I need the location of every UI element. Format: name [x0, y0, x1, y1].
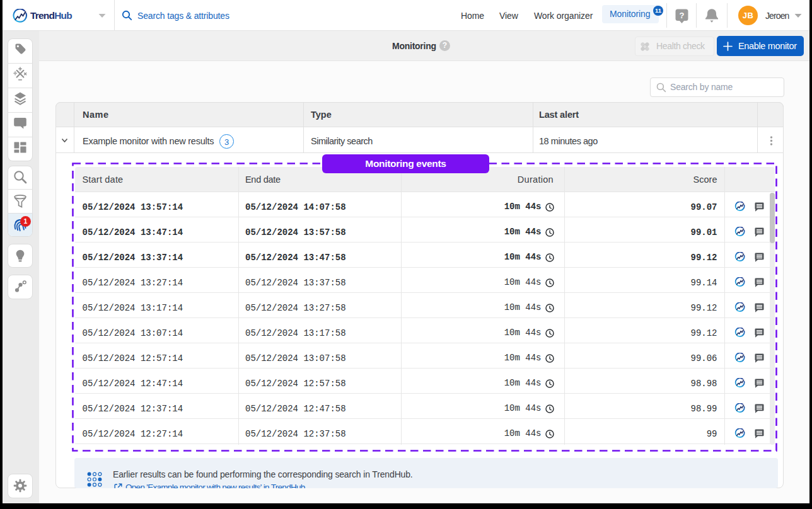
svg-text:?: ? — [680, 11, 685, 20]
